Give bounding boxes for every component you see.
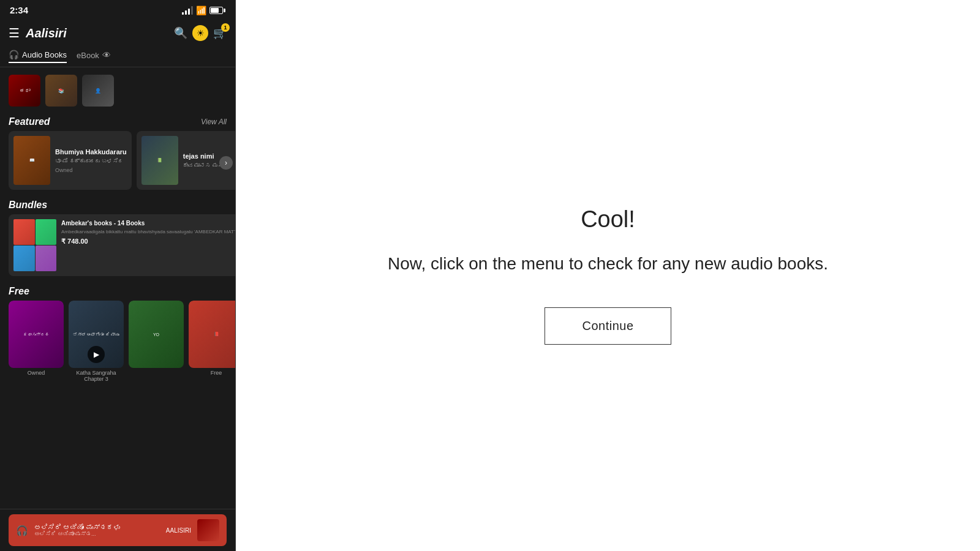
wifi-icon: 📶 [196,6,206,15]
free-cover-2: ಬೆಸ್ಟ್ ಆಫ್ ಗೀತಾ ದಿ ಮ್ಯು ▶ [69,301,124,368]
free-card-3[interactable]: YO [129,301,184,382]
bundle-multi-cover-1 [13,219,56,271]
player-headphone-icon: 🎧 [16,525,28,536]
featured-title: Featured [9,116,50,127]
scroll-content: ಕಥಾ 📚 👤 Featured View All 📖 Bhumiya Hakk… [0,67,235,509]
player-brand: AALISIRI [166,527,191,534]
book-cover-1: 📖 [13,136,50,185]
overlay-message: Now, click on the menu to check for any … [388,251,828,277]
featured-card-1[interactable]: 📖 Bhumiya Hakkudararu ಭೂ ಮಿ ಹಕ್ಕುದಾರರು ಬ… [9,131,132,190]
book-title-1: Bhumiya Hakkudararu [55,148,127,156]
app-header: ☰ Aalisiri 🔍 ☀ 🛒 1 [0,20,235,46]
status-time: 2:34 [10,5,28,15]
bundles-section-header: Bundles [0,195,235,214]
continue-button[interactable]: Continue [545,307,671,345]
headphones-icon: 🎧 [9,50,19,59]
bundles-row: Ambekar's books - 14 Books Ambedkarvaadi… [0,214,235,281]
status-icons: 📶 [182,6,225,15]
free-card-1[interactable]: ಕಥಾಸಂಗ್ರಹ Owned [9,301,64,382]
right-panel: Cool! Now, click on the menu to check fo… [236,0,980,551]
bottom-player[interactable]: 🎧 ಅಲಿಸಿರಿ ಆಡಿಯೋ ಪುಸ್ತಕಳು ಅಲಿಸಿರಿ ಆಡಿಯೋ ಪ… [9,514,227,546]
book-subtitle-2: ದೇವ ಮಾನಸ ಮನ [183,162,224,170]
free-card-4[interactable]: 📕 Free [189,301,235,382]
category-thumb-1[interactable]: ಕಥಾ [9,75,40,107]
play-button-2[interactable]: ▶ [88,346,105,363]
book-status-1: Owned [55,167,127,173]
category-thumb-2[interactable]: 📚 [45,75,77,107]
free-title: Free [9,286,29,297]
tab-audiobooks[interactable]: 🎧 Audio Books [9,50,67,63]
free-label-4: Free [189,370,235,376]
featured-next-arrow[interactable]: › [219,156,233,170]
cart-badge: 1 [221,23,230,32]
bundles-title: Bundles [9,200,47,211]
theme-toggle-icon[interactable]: ☀ [192,25,208,41]
bundle-title-1: Ambekar's books - 14 Books [61,219,235,227]
category-thumb-3[interactable]: 👤 [82,75,114,107]
bundle-desc-1: Ambedkarvaadigala bikkattu mattu bhavish… [61,228,235,235]
book-cover-2: 📗 [141,136,178,185]
free-row: ಕಥಾಸಂಗ್ರಹ Owned ಬೆಸ್ಟ್ ಆಫ್ ಗೀತಾ ದಿ ಮ್ಯು … [0,301,235,387]
bundle-price-1: ₹ 748.00 [61,238,235,246]
eye-icon: 👁 [102,50,111,60]
free-section-header: Free [0,281,235,301]
book-title-2: tejas nimi [183,152,224,160]
bundle-card-1[interactable]: Ambekar's books - 14 Books Ambedkarvaadi… [9,214,235,276]
free-label-1: Owned [9,370,64,376]
content-tabs: 🎧 Audio Books eBook 👁 [0,46,235,67]
overlay-title: Cool! [581,206,635,233]
app-title: Aalisiri [26,26,67,40]
battery-icon [209,7,225,14]
cart-wrapper: 🛒 1 [213,26,227,40]
bottom-bar: 🎧 ಅಲಿಸಿರಿ ಆಡಿಯೋ ಪುಸ್ತಕಳು ಅಲಿಸಿರಿ ಆಡಿಯೋ ಪ… [0,509,235,551]
free-cover-4: 📕 [189,301,235,368]
player-title: ಅಲಿಸಿರಿ ಆಡಿಯೋ ಪುಸ್ತಕಳು [34,523,120,531]
featured-view-all[interactable]: View All [201,118,227,126]
search-icon[interactable]: 🔍 [174,26,187,40]
player-subtitle: ಅಲಿಸಿರಿ ಆಡಿಯೋ ಪುಸ್ತ... [34,531,120,537]
free-cover-3: YO [129,301,184,368]
book-subtitle-1: ಭೂ ಮಿ ಹಕ್ಕುದಾರರು ಬಳಸಿರ [55,157,127,165]
category-thumbnails: ಕಥಾ 📚 👤 [0,72,235,111]
tab-ebook[interactable]: eBook 👁 [77,50,111,62]
status-bar: 2:34 📶 [0,0,235,20]
menu-icon[interactable]: ☰ [9,26,20,40]
free-card-2[interactable]: ಬೆಸ್ಟ್ ಆಫ್ ಗೀತಾ ದಿ ಮ್ಯು ▶ Katha Sangraha… [69,301,124,382]
free-cover-1: ಕಥಾಸಂಗ್ರಹ [9,301,64,368]
free-label-2: Katha Sangraha Chapter 3 [69,370,124,382]
player-thumbnail [197,519,219,541]
featured-section-header: Featured View All [0,111,235,131]
phone-panel: 2:34 📶 ☰ Aalisiri 🔍 ☀ [0,0,236,551]
signal-icon [182,6,193,15]
featured-row: 📖 Bhumiya Hakkudararu ಭೂ ಮಿ ಹಕ್ಕುದಾರರು ಬ… [0,131,235,195]
